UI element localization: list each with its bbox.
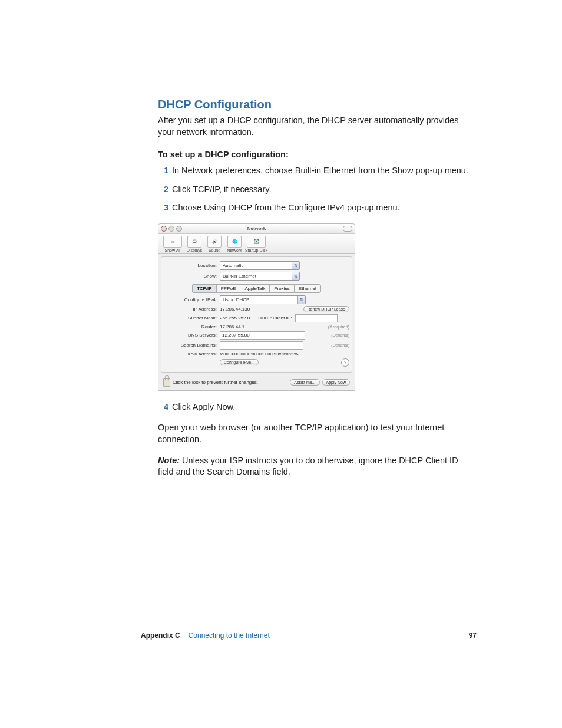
note-label: Note: [158, 456, 180, 465]
step-1-text: In Network preferences, choose Built-in … [172, 166, 468, 175]
step-3-text: Choose Using DHCP from the Configure IPv… [172, 203, 400, 212]
chapter-title: Connecting to the Internet [189, 631, 270, 640]
toolbar-sound[interactable]: 🔊Sound [204, 236, 224, 252]
search-domains-label: Search Domains: [164, 342, 220, 348]
toolbar: ⌂Show All 🖵Displays 🔊Sound 🌐Network 💽Sta… [158, 234, 355, 254]
show-select[interactable]: Built-in Ethernet⇅ [220, 272, 300, 281]
page-footer: Appendix C Connecting to the Internet 97 [141, 631, 477, 640]
router-value: 17.206.44.1 [220, 324, 244, 330]
post-step-paragraph: Open your web browser (or another TCP/IP… [158, 422, 476, 445]
step-4-text: Click Apply Now. [172, 402, 235, 411]
appendix-label: Appendix C [141, 631, 180, 640]
step-2-text: Click TCP/IP, if necessary. [172, 185, 271, 194]
toolbar-network[interactable]: 🌐Network [224, 236, 244, 252]
startup-disk-icon: 💽 [247, 236, 266, 248]
dns-servers-label: DNS Servers: [164, 332, 220, 338]
window-footer: Click the lock to prevent further change… [158, 375, 355, 390]
section-intro: After you set up a DHCP configuration, t… [158, 115, 476, 138]
step-2: 2Click TCP/IP, if necessary. [168, 184, 476, 196]
subnet-mask-label: Subnet Mask: [164, 315, 220, 321]
ip-address-value: 17.206.44.130 [220, 307, 250, 312]
network-preferences-window: Network ⌂Show All 🖵Displays 🔊Sound 🌐Netw… [158, 223, 355, 391]
tab-ethernet[interactable]: Ethernet [294, 284, 321, 293]
tab-pppoe[interactable]: PPPoE [216, 284, 240, 293]
procedure-heading: To set up a DHCP configuration: [158, 150, 476, 159]
chevron-updown-icon: ⇅ [292, 272, 299, 280]
location-label: Location: [164, 263, 220, 268]
toolbar-show-all[interactable]: ⌂Show All [161, 236, 184, 252]
step-3: 3Choose Using DHCP from the Configure IP… [168, 202, 476, 214]
section-title: DHCP Configuration [158, 98, 476, 111]
lock-icon[interactable] [163, 378, 170, 387]
tabs: TCP/IP PPPoE AppleTalk Proxies Ethernet [164, 284, 349, 293]
client-id-hint: (If required) [328, 325, 349, 329]
steps-list-cont: 4Click Apply Now. [168, 401, 476, 413]
steps-list: 1In Network preferences, choose Built-in… [168, 165, 476, 214]
minimize-icon[interactable] [168, 226, 174, 232]
ipv6-address-label: IPv6 Address: [164, 351, 220, 357]
chevron-updown-icon: ⇅ [292, 262, 299, 269]
step-4: 4Click Apply Now. [168, 401, 476, 413]
router-label: Router: [164, 324, 220, 330]
displays-icon: 🖵 [187, 236, 201, 248]
subnet-mask-value: 255.255.252.0 [220, 315, 250, 321]
dns-optional-hint: (Optional) [331, 333, 349, 337]
sound-icon: 🔊 [207, 236, 222, 248]
configure-ipv4-select[interactable]: Using DHCP⇅ [220, 295, 306, 304]
window-title: Network [247, 226, 266, 231]
toolbar-startup-disk[interactable]: 💽Startup Disk [244, 236, 268, 252]
note-body: Unless your ISP instructs you to do othe… [158, 456, 458, 477]
dhcp-client-id-input[interactable] [295, 314, 338, 322]
search-optional-hint: (Optional) [331, 343, 349, 347]
lock-text: Click the lock to prevent further change… [173, 380, 258, 385]
step-1: 1In Network preferences, choose Built-in… [168, 165, 476, 177]
ipv6-address-value: fe80:0000:0000:0000:0000:93ff:fedb:2ff2 [220, 351, 299, 357]
zoom-icon[interactable] [176, 226, 182, 232]
note-paragraph: Note: Unless your ISP instructs you to d… [158, 455, 476, 478]
network-icon: 🌐 [227, 236, 242, 248]
show-all-icon: ⌂ [163, 236, 182, 248]
assist-me-button[interactable]: Assist me... [290, 379, 319, 386]
toolbar-displays[interactable]: 🖵Displays [184, 236, 204, 252]
chevron-updown-icon: ⇅ [297, 296, 305, 304]
network-pane: Location: Automatic⇅ Show: Built-in Ethe… [161, 256, 352, 373]
search-domains-input[interactable] [220, 341, 303, 350]
ip-address-label: IP Address: [164, 307, 220, 312]
tab-proxies[interactable]: Proxies [269, 284, 294, 293]
titlebar: Network [158, 224, 355, 234]
show-label: Show: [164, 274, 220, 279]
configure-ipv6-button[interactable]: Configure IPv6... [220, 359, 259, 365]
configure-ipv4-label: Configure IPv4: [164, 297, 220, 302]
help-icon[interactable]: ? [341, 358, 349, 367]
apply-now-button[interactable]: Apply Now [322, 379, 350, 386]
tab-tcpip[interactable]: TCP/IP [192, 284, 216, 293]
tab-appletalk[interactable]: AppleTalk [240, 284, 269, 293]
dhcp-client-id-label: DHCP Client ID: [258, 315, 295, 321]
close-icon[interactable] [161, 226, 167, 232]
toolbar-toggle-icon[interactable] [343, 226, 352, 232]
dns-servers-input[interactable]: 12.207.55.80 [220, 331, 305, 340]
renew-dhcp-button[interactable]: Renew DHCP Lease [303, 306, 349, 312]
location-select[interactable]: Automatic⇅ [220, 261, 300, 270]
page-number: 97 [469, 631, 477, 640]
